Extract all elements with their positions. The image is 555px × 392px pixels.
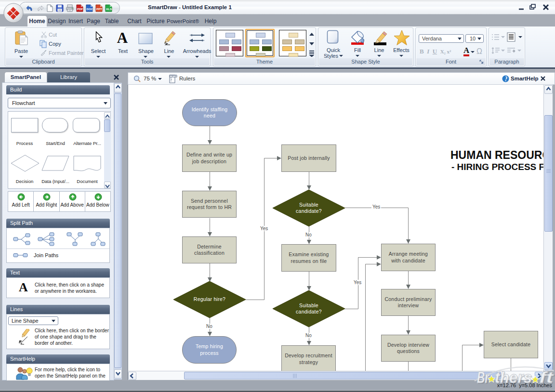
svg-text:PPT: PPT <box>96 7 102 11</box>
svg-text:DOC: DOC <box>87 7 93 11</box>
svg-text:PDF: PDF <box>77 7 83 11</box>
svg-text:XLS: XLS <box>106 7 112 11</box>
